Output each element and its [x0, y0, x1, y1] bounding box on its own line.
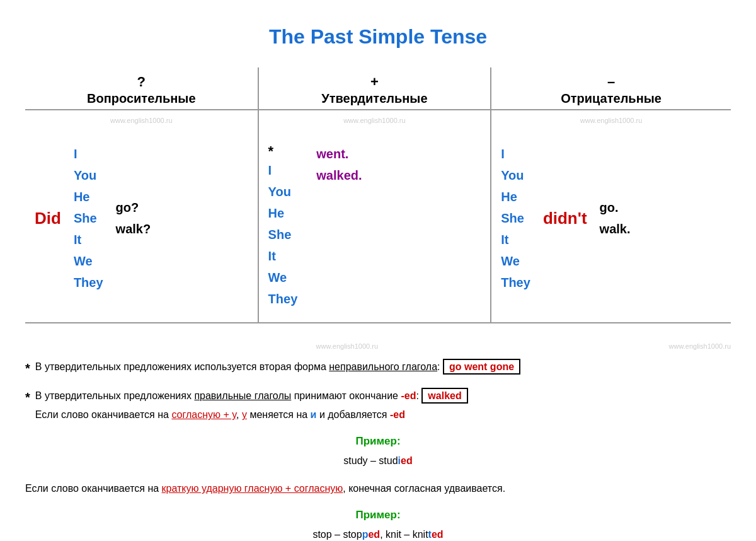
verb-walked: walked. [316, 165, 362, 186]
pronoun-she: She [74, 207, 103, 229]
negative-label: Отрицательные [561, 91, 662, 105]
affirmative-asterisk-pronouns: * I You He She It We They [268, 143, 298, 310]
note-2: * В утвердительных предложениях правильн… [25, 387, 731, 425]
note2-walked-boxed: walked [421, 388, 467, 404]
watermark-1: www.english1000.ru [32, 117, 251, 124]
aff-pronoun-i: I [268, 160, 298, 181]
note2-asterisk: * [25, 385, 30, 409]
did-label: Did [35, 209, 61, 228]
question-symbol: ? [35, 74, 248, 90]
interrogative-cell: Did I You He She It We They go? walk? [35, 143, 248, 293]
negative-pronouns: I You He She It We They [501, 143, 530, 293]
aff-pronoun-they: They [268, 288, 298, 310]
example-1-block: Пример: study – studied [25, 431, 731, 471]
aff-asterisk: * [268, 143, 298, 160]
pronoun-i: I [74, 143, 103, 165]
verb-went: went. [316, 143, 362, 165]
note-1: * В утвердительных предложениях использу… [25, 358, 731, 380]
neg-verb-go: go. [600, 197, 631, 218]
pronoun-we: We [74, 250, 103, 272]
note1-boxed: go went gone [443, 359, 520, 375]
neg-pronoun-they: They [501, 272, 530, 293]
grammar-table: ? Вопросительные + Утвердительные – Отри… [25, 67, 731, 323]
minus-symbol: – [501, 74, 721, 90]
example2-label: Пример: [25, 505, 731, 525]
negative-cell: I You He She It We They didn't go. walk. [501, 143, 721, 293]
example2-content: stop – stopped, knit – knitted [25, 525, 731, 541]
neg-pronoun-he: He [501, 186, 530, 207]
neg-pronoun-it: It [501, 229, 530, 250]
notes-section: * В утвердительных предложениях использу… [25, 351, 731, 541]
note2-line1: В утвердительных предложениях правильные… [35, 388, 468, 404]
note1-asterisk: * [25, 356, 30, 380]
negative-verbs: go. walk. [600, 197, 631, 240]
watermark-2: www.english1000.ru [265, 117, 484, 124]
pronoun-they: They [74, 272, 103, 293]
aff-pronoun-she: She [268, 224, 298, 245]
example1-label: Пример: [25, 431, 731, 451]
affirmative-pronouns: I You He She It We They [268, 160, 298, 310]
header-interrogative: ? Вопросительные [25, 67, 258, 110]
aff-pronoun-we: We [268, 267, 298, 288]
affirmative-cell: * I You He She It We They went. [268, 143, 481, 310]
note2-line2: Если слово оканчивается на согласную + y… [35, 409, 405, 420]
verb-go-q: go? [116, 197, 151, 218]
neg-pronoun-i: I [501, 143, 530, 165]
interrogative-verbs: go? walk? [116, 197, 151, 240]
page-title: The Past Simple Tense [25, 25, 731, 49]
pronoun-you: You [74, 165, 103, 186]
bottom-watermark-right: www.english1000.ru [669, 342, 731, 350]
aff-pronoun-he: He [268, 202, 298, 224]
neg-verb-walk: walk. [600, 218, 631, 240]
plus-symbol: + [268, 74, 481, 90]
bottom-watermark-row: www.english1000.ru www.english1000.ru [25, 342, 731, 350]
pronoun-it: It [74, 229, 103, 250]
table-header-row: ? Вопросительные + Утвердительные – Отри… [25, 67, 731, 110]
bottom-watermark-mid: www.english1000.ru [316, 342, 378, 350]
neg-pronoun-she: She [501, 207, 530, 229]
header-negative: – Отрицательные [491, 67, 731, 110]
note1-text: В утвердительных предложениях использует… [35, 358, 520, 376]
affirmative-label: Утвердительные [321, 91, 427, 105]
example-2-block: Пример: stop – stopped, knit – knitted [25, 505, 731, 541]
watermark-row: www.english1000.ru www.english1000.ru ww… [25, 110, 731, 131]
aff-pronoun-you: You [268, 181, 298, 202]
interrogative-label: Вопросительные [87, 91, 196, 105]
neg-pronoun-we: We [501, 250, 530, 272]
note2-content: В утвердительных предложениях правильные… [35, 387, 468, 425]
neg-pronoun-you: You [501, 165, 530, 186]
pronoun-he: He [74, 186, 103, 207]
interrogative-pronouns: I You He She It We They [74, 143, 103, 293]
example1-content: study – studied [25, 451, 731, 470]
header-affirmative: + Утвердительные [258, 67, 491, 110]
verb-walk-q: walk? [116, 218, 151, 240]
affirmative-verbs: went. walked. [316, 143, 362, 186]
watermark-3: www.english1000.ru [498, 117, 724, 124]
didnt-label: didn't [543, 209, 587, 228]
aff-pronoun-it: It [268, 245, 298, 267]
table-content-row: Did I You He She It We They go? walk? [25, 131, 731, 323]
final-note: Если слово оканчивается на краткую ударн… [25, 479, 731, 498]
